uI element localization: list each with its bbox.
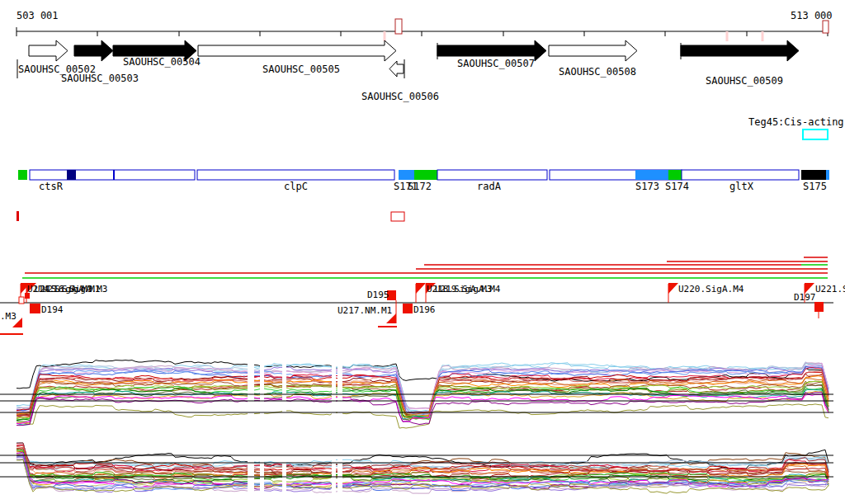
upstream-flag-label: U220.SigA.M4 [678, 284, 744, 294]
ruler-start-label: 503 001 [17, 11, 59, 21]
genome-browser: 503 001 513 000 Teg45:Cis-acting reg SAO… [0, 0, 845, 504]
feature-label: S172 [408, 181, 432, 192]
feature-label: gltX [729, 181, 753, 192]
feature-box[interactable] [682, 170, 799, 180]
ruler-marker-box[interactable] [823, 21, 828, 33]
upstream-flag-label: U219.SigA.M4 [435, 284, 500, 294]
missing-data-gap [338, 353, 342, 443]
downstream-flag-square[interactable] [814, 302, 824, 312]
downstream-flag-label: D197 [794, 292, 816, 303]
missing-data-gap [282, 440, 286, 501]
feature-segment[interactable] [18, 170, 27, 180]
upstream-flag[interactable] [668, 283, 678, 294]
downstream-flag-square[interactable] [30, 304, 40, 313]
gene-arrow[interactable] [198, 40, 396, 61]
feature-box[interactable] [437, 170, 547, 180]
ruler-marker-box[interactable] [395, 19, 402, 34]
upstream-flag-label: U221.Si [815, 284, 845, 294]
missing-data-gap [260, 440, 264, 501]
feature-segment[interactable] [635, 170, 668, 180]
feature-segment[interactable] [668, 170, 682, 180]
feature-label: ctsR [39, 181, 63, 192]
missing-data-gap [248, 353, 254, 443]
downstream-flag-square[interactable] [403, 304, 413, 313]
teg45-annotation-box[interactable] [803, 130, 828, 139]
gene-label: SAOUHSC_00503 [61, 73, 139, 84]
red-marker-bar[interactable] [17, 211, 19, 221]
red-marker-box[interactable] [391, 212, 404, 221]
feature-segment[interactable] [414, 170, 437, 180]
gene-label: SAOUHSC_00507 [457, 59, 535, 69]
missing-data-gap [282, 353, 286, 443]
feature-label: S174 [665, 181, 689, 192]
gene-arrow[interactable] [549, 40, 637, 61]
gene-arrow[interactable] [29, 40, 68, 61]
gene-arrow[interactable] [389, 61, 404, 77]
gene-arrow[interactable] [681, 40, 799, 61]
downstream-flag-label: D194 [41, 304, 64, 315]
feature-segment[interactable] [801, 170, 826, 180]
upstream-flag-label: U216.SigA.M3 [42, 284, 107, 294]
feature-segment[interactable] [399, 170, 414, 180]
feature-label: clpC [284, 181, 308, 192]
downstream-flag-label: D196 [413, 304, 436, 315]
feature-box[interactable] [197, 170, 394, 180]
teg45-annotation-label: Teg45:Cis-acting reg [748, 117, 845, 128]
gene-label: SAOUHSC_00508 [559, 67, 636, 78]
missing-data-gap [260, 353, 264, 443]
upstream-flag[interactable] [416, 283, 426, 294]
gene-label: SAOUHSC_00505 [262, 64, 340, 75]
feature-segment[interactable] [67, 170, 76, 180]
missing-data-gap [332, 353, 336, 443]
feature-label: S173 [635, 181, 659, 192]
missing-data-gap [248, 440, 254, 501]
cutoff-flag-label: .M3 [0, 311, 17, 322]
ruler-end-label: 513 000 [791, 11, 833, 21]
missing-data-gap [338, 440, 342, 501]
gene-arrow[interactable] [74, 40, 113, 61]
gene-label: SAOUHSC_00504 [123, 57, 201, 68]
feature-segment[interactable] [826, 170, 829, 180]
feature-label: S175 [803, 181, 827, 192]
feature-box[interactable] [30, 170, 195, 180]
downstream-flag-label: D195 [367, 290, 389, 300]
feature-label: radA [477, 181, 501, 192]
gene-label: SAOUHSC_00509 [706, 76, 783, 87]
gene-label: SAOUHSC_00506 [361, 92, 439, 102]
nm-flag-label: U217.NM.M1 [338, 305, 392, 316]
missing-data-gap [332, 440, 336, 501]
flag-open-rect [19, 297, 24, 304]
